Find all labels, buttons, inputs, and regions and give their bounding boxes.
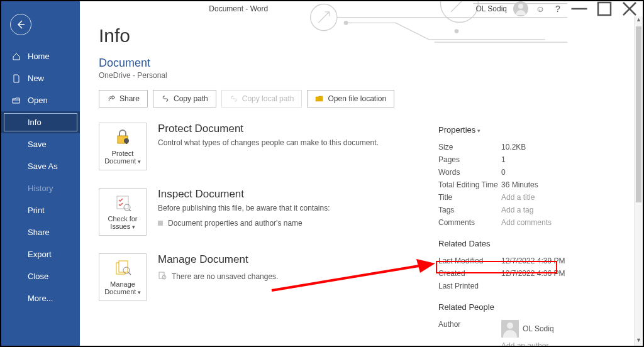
sidebar-item-label: More... — [28, 294, 53, 303]
document-stack-icon — [114, 259, 131, 278]
related-people-header: Related People — [438, 302, 624, 312]
sidebar-item-label: History — [28, 184, 53, 193]
manage-desc: There are no unsaved changes. — [172, 272, 278, 281]
share-icon — [107, 94, 116, 103]
sidebar-item-more[interactable]: More... — [1, 287, 80, 309]
prop-title-value[interactable]: Add a title — [501, 193, 535, 202]
sidebar-item-save-as[interactable]: Save As — [1, 155, 80, 177]
page-icon — [11, 74, 21, 83]
copy-local-path-button: Copy local path — [221, 90, 303, 107]
sidebar-item-label: Save — [28, 140, 47, 149]
avatar-icon[interactable] — [513, 1, 528, 16]
inspect-desc: Before publishing this file, be aware th… — [158, 203, 330, 214]
copy-path-button[interactable]: Copy path — [153, 90, 216, 107]
home-icon — [11, 52, 21, 61]
close-window-button[interactable] — [620, 3, 639, 15]
svg-rect-11 — [126, 141, 127, 144]
protect-desc: Control what types of changes people can… — [158, 138, 379, 148]
sidebar-item-close[interactable]: Close — [1, 265, 80, 287]
svg-line-14 — [129, 209, 131, 211]
sidebar-item-info[interactable]: Info — [1, 111, 80, 133]
checklist-icon — [114, 194, 131, 212]
prop-tags-value[interactable]: Add a tag — [501, 206, 533, 214]
manage-document-button[interactable]: Manage Document — [99, 253, 147, 301]
prop-comments-label: Comments — [438, 218, 501, 227]
prop-lastmod-label: Last Modified — [438, 256, 501, 265]
add-author[interactable]: Add an author — [501, 341, 554, 346]
document-location: OneDrive - Personal — [99, 71, 624, 80]
prop-pages-label: Pages — [438, 155, 501, 164]
prop-lastmod-value: 12/7/2022 4:39 PM — [501, 256, 565, 265]
prop-tags-label: Tags — [438, 206, 501, 214]
sidebar-item-label: Share — [28, 228, 50, 237]
link-icon — [230, 94, 238, 103]
emoji-icon[interactable]: ☺ — [535, 3, 546, 14]
button-label: Protect Document — [99, 150, 146, 165]
prop-created-label: Created — [438, 269, 501, 278]
prop-pages-value: 1 — [501, 155, 506, 164]
prop-comments-value[interactable]: Add comments — [501, 218, 552, 227]
inspect-item: Document properties and author's name — [158, 219, 330, 228]
sidebar-item-label: Home — [28, 52, 50, 61]
link-icon — [161, 94, 170, 103]
prop-words-value: 0 — [501, 168, 506, 177]
svg-line-18 — [128, 272, 131, 275]
sidebar-item-new[interactable]: New — [1, 67, 80, 89]
manage-title: Manage Document — [158, 253, 278, 266]
help-icon[interactable]: ? — [552, 3, 564, 14]
prop-size-value: 10.2KB — [501, 143, 526, 151]
button-label: Manage Document — [99, 280, 146, 295]
sidebar-item-label: Info — [28, 118, 42, 127]
account-name: OL Sodiq — [475, 4, 507, 13]
prop-created-value: 12/7/2022 4:36 PM — [501, 269, 565, 278]
sidebar-item-history: History — [1, 177, 80, 199]
vertical-scrollbar[interactable]: ▲ ▼ — [634, 16, 643, 346]
avatar-icon — [501, 320, 519, 338]
sidebar-item-label: Save As — [28, 162, 58, 171]
sidebar-item-label: New — [28, 74, 44, 83]
folder-icon — [315, 94, 324, 103]
sidebar-item-label: Close — [28, 272, 48, 281]
draft-icon — [158, 271, 167, 282]
prop-printed-label: Last Printed — [438, 282, 501, 290]
prop-words-label: Words — [438, 168, 501, 177]
svg-rect-12 — [117, 196, 128, 209]
sidebar-item-save[interactable]: Save — [1, 133, 80, 155]
prop-size-label: Size — [438, 143, 501, 151]
button-label: Check for Issues — [99, 215, 146, 230]
button-label: Share — [119, 94, 140, 103]
properties-header[interactable]: Properties — [438, 125, 624, 135]
sidebar-item-label: Open — [28, 96, 48, 105]
related-dates-header: Related Dates — [438, 239, 624, 248]
open-file-location-button[interactable]: Open file location — [307, 90, 394, 107]
button-label: Copy path — [174, 94, 208, 103]
button-label: Copy local path — [242, 94, 294, 103]
protect-document-button[interactable]: Protect Document — [99, 123, 147, 170]
sidebar-item-print[interactable]: Print — [1, 199, 80, 221]
svg-rect-1 — [598, 3, 611, 15]
folder-open-icon — [11, 96, 21, 105]
page-title: Info — [99, 25, 624, 47]
prop-edit-time-value: 36 Minutes — [501, 180, 538, 189]
restore-button[interactable] — [595, 3, 614, 15]
sidebar-item-open[interactable]: Open — [1, 89, 80, 111]
prop-edit-time-label: Total Editing Time — [438, 180, 501, 189]
check-for-issues-button[interactable]: Check for Issues — [99, 188, 147, 236]
prop-author-label: Author — [438, 320, 501, 329]
sidebar-item-label: Print — [28, 206, 45, 215]
sidebar-item-home[interactable]: Home — [1, 45, 80, 67]
inspect-title: Inspect Document — [158, 188, 330, 201]
share-button[interactable]: Share — [99, 90, 148, 107]
sidebar-item-share[interactable]: Share — [1, 221, 80, 243]
sidebar-item-label: Export — [28, 250, 52, 259]
lock-icon — [114, 128, 131, 147]
button-label: Open file location — [328, 94, 386, 103]
prop-title-label: Title — [438, 193, 501, 202]
document-name: Document — [99, 57, 624, 70]
sidebar-item-export[interactable]: Export — [1, 243, 80, 265]
protect-title: Protect Document — [158, 123, 379, 135]
minimize-button[interactable] — [570, 3, 589, 15]
prop-author-value: OL Sodiq — [523, 324, 554, 333]
back-button[interactable] — [10, 14, 31, 35]
